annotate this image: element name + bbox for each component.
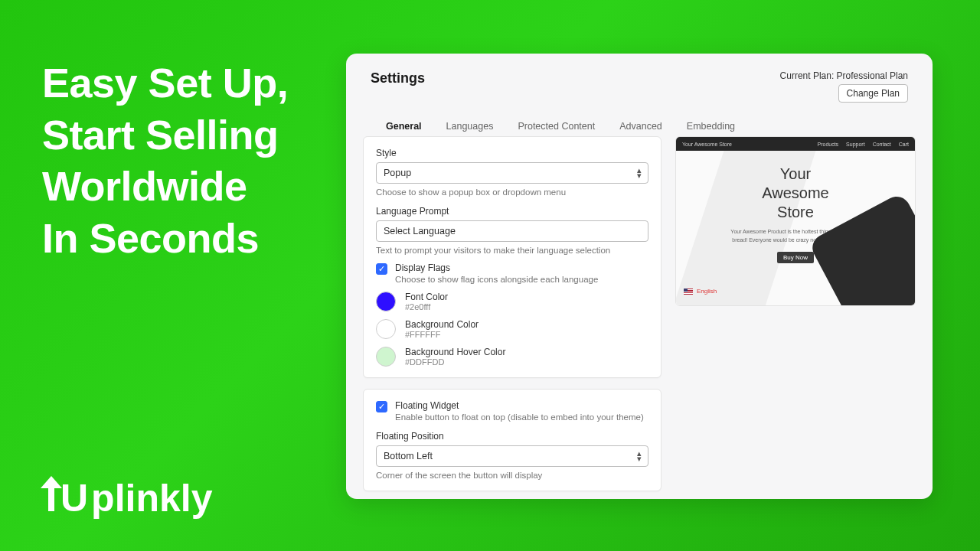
language-prompt-input[interactable] [376, 220, 648, 242]
style-select-value: Popup [384, 168, 411, 178]
preview-title-line: Awesome [730, 184, 861, 203]
hero-line: Worldwide [42, 161, 288, 213]
chevron-updown-icon: ▴▾ [637, 168, 642, 178]
display-flags-checkbox[interactable]: ✓ [376, 263, 387, 275]
store-preview: Your Awesome Store Products Support Cont… [675, 136, 916, 306]
preview-title-line: Your [730, 165, 861, 184]
floating-widget-checkbox[interactable]: ✓ [376, 401, 387, 412]
settings-panel: Settings Current Plan: Professional Plan… [346, 54, 933, 499]
prompt-help: Text to prompt your visitors to make the… [376, 246, 648, 255]
language-label: English [697, 288, 717, 295]
preview-nav-link: Contact [873, 142, 891, 147]
background-color-swatch[interactable] [376, 319, 396, 339]
font-color-value: #2e0fff [405, 302, 448, 311]
style-select[interactable]: Popup ▴▾ [376, 162, 648, 184]
current-plan-text: Current Plan: Professional Plan [780, 70, 908, 81]
background-color-value: #FFFFFF [405, 330, 479, 339]
style-label: Style [376, 148, 648, 158]
hero-line: Easy Set Up, [42, 57, 288, 109]
hero-line: In Seconds [42, 213, 288, 265]
style-help: Choose to show a popup box or dropdown m… [376, 187, 648, 197]
page-title: Settings [371, 70, 425, 86]
arrow-up-icon [41, 478, 62, 511]
preview-nav-link: Cart [899, 142, 909, 147]
preview-store-name: Your Awesome Store [682, 142, 732, 147]
floating-widget-label: Floating Widget [395, 400, 644, 411]
floating-widget-help: Enable button to float on top (disable t… [395, 412, 644, 422]
logo-text: plinkly [91, 476, 212, 520]
preview-title-line: Store [730, 203, 861, 222]
hover-color-label: Background Hover Color [405, 347, 505, 357]
change-plan-button[interactable]: Change Plan [838, 84, 908, 103]
preview-nav-link: Support [846, 142, 865, 147]
display-flags-label: Display Flags [395, 262, 598, 273]
flag-icon [684, 289, 693, 295]
hover-color-value: #DDFFDD [405, 357, 505, 367]
font-color-label: Font Color [405, 292, 448, 302]
chevron-updown-icon: ▴▾ [637, 451, 642, 461]
prompt-label: Language Prompt [376, 206, 648, 217]
brand-logo: Uplinkly [41, 476, 212, 520]
display-flags-help: Choose to show flag icons alongside each… [395, 275, 598, 284]
floating-position-help: Corner of the screen the button will dis… [376, 471, 648, 480]
hero-line: Start Selling [42, 109, 288, 161]
language-switcher-button[interactable]: English [684, 288, 717, 295]
hero-headline: Easy Set Up, Start Selling Worldwide In … [42, 57, 288, 264]
floating-position-value: Bottom Left [384, 451, 433, 461]
hover-color-swatch[interactable] [376, 347, 396, 367]
preview-buy-button: Buy Now [777, 252, 814, 263]
preview-nav-link: Products [817, 142, 838, 147]
floating-position-label: Floating Position [376, 431, 648, 442]
background-color-label: Background Color [405, 319, 479, 330]
floating-card: ✓ Floating Widget Enable button to float… [363, 389, 662, 491]
font-color-swatch[interactable] [376, 292, 396, 311]
style-card: Style Popup ▴▾ Choose to show a popup bo… [363, 136, 662, 378]
floating-position-select[interactable]: Bottom Left ▴▾ [376, 445, 648, 467]
